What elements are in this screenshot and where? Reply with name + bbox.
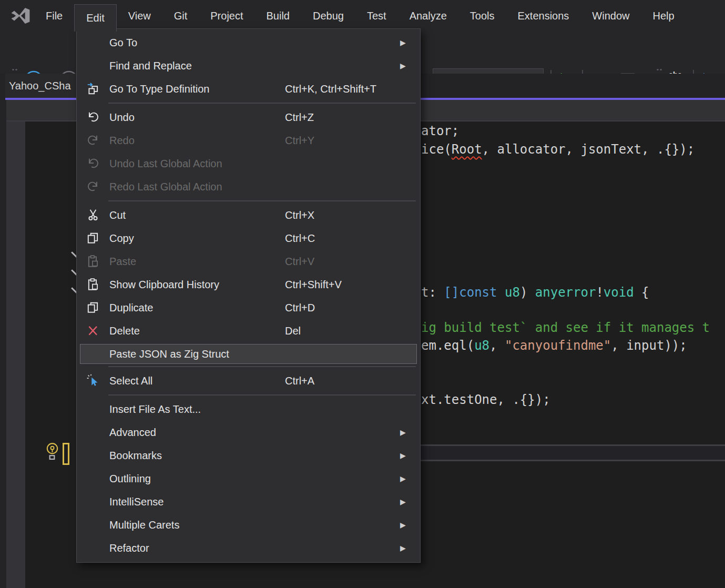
clipboard-history-icon: [77, 278, 109, 291]
menu-item-shortcut: Ctrl+C: [285, 232, 400, 245]
editor-outer-margin: [0, 74, 6, 588]
menu-item-label: Advanced: [109, 427, 285, 439]
menubar-item-git[interactable]: Git: [162, 0, 199, 32]
submenu-arrow-icon: ▶: [400, 451, 420, 460]
menu-item-shortcut: Ctrl+Y: [285, 135, 400, 147]
menu-item-label: Undo: [109, 111, 285, 124]
menu-item-label: Undo Last Global Action: [109, 158, 285, 170]
submenu-arrow-icon: ▶: [400, 474, 420, 483]
menu-item-label: Refactor: [109, 542, 285, 554]
menu-item-label: Redo: [109, 135, 285, 147]
menu-item-label: Delete: [109, 325, 285, 337]
submenu-arrow-icon: ▶: [400, 521, 420, 529]
menu-item-outlining[interactable]: Outlining▶: [77, 467, 420, 490]
code-line: ice(Root, allocator, jsonText, .{});: [421, 140, 695, 158]
copy-icon: [77, 231, 109, 245]
menu-item-cut[interactable]: CutCtrl+X: [77, 204, 420, 227]
code-line: xt.testOne, .{});: [421, 391, 550, 409]
menu-separator: [108, 103, 416, 104]
menu-item-refactor[interactable]: Refactor▶: [77, 536, 420, 560]
menu-separator: [108, 394, 416, 396]
menubar-item-analyze[interactable]: Analyze: [398, 0, 458, 32]
menu-item-shortcut: Ctrl+D: [285, 302, 400, 314]
menu-item-label: Paste JSON as Zig Struct: [109, 348, 285, 360]
menu-item-label: Insert File As Text...: [109, 403, 285, 415]
cut-icon: [77, 208, 109, 222]
menubar-item-extensions[interactable]: Extensions: [506, 0, 580, 32]
visual-studio-window: FileEditViewGitProjectBuildDebugTestAnal…: [0, 0, 725, 588]
code-line: t: []const u8) anyerror!void {: [421, 283, 649, 301]
menu-item-shortcut: Del: [285, 325, 400, 337]
menu-item-label: Bookmarks: [109, 450, 285, 462]
pane-divider-line: [421, 460, 725, 461]
menu-item-delete[interactable]: DeleteDel: [77, 319, 420, 342]
pane-divider-line: [421, 444, 725, 446]
redo-icon: [77, 134, 109, 147]
submenu-arrow-icon: ▶: [400, 498, 420, 506]
editor-tab-label: Yahoo_CSha: [9, 80, 71, 92]
menu-item-find-and-replace[interactable]: Find and Replace▶: [77, 54, 420, 77]
menu-item-redo[interactable]: RedoCtrl+Y: [77, 129, 420, 152]
menu-item-label: Go To: [109, 37, 285, 49]
horizontal-scrollbar-track[interactable]: [421, 446, 725, 460]
code-line: em.eql(u8, "canyoufindme", input));: [421, 337, 687, 354]
submenu-arrow-icon: ▶: [400, 428, 420, 437]
menubar-item-project[interactable]: Project: [199, 0, 254, 32]
menu-item-advanced[interactable]: Advanced▶: [77, 421, 420, 444]
menubar-item-build[interactable]: Build: [255, 0, 301, 32]
menu-item-insert-file-as-text[interactable]: Insert File As Text...: [77, 398, 420, 421]
lightbulb-icon: [45, 453, 59, 462]
redo-icon: [77, 180, 109, 194]
menu-item-label: Duplicate: [109, 302, 285, 314]
menu-item-undo[interactable]: UndoCtrl+Z: [77, 106, 420, 129]
submenu-arrow-icon: ▶: [400, 38, 420, 47]
menubar-item-view[interactable]: View: [117, 0, 162, 32]
menu-separator: [108, 200, 416, 201]
menu-item-paste-json-as-zig-struct[interactable]: Paste JSON as Zig Struct: [80, 344, 417, 364]
menubar-item-file[interactable]: File: [34, 0, 74, 32]
menu-item-label: Redo Last Global Action: [109, 181, 285, 193]
menu-item-label: Paste: [109, 256, 285, 268]
menu-item-multiple-carets[interactable]: Multiple Carets▶: [77, 513, 420, 536]
code-line: ig build test` and see if it manages t: [421, 319, 710, 337]
menubar-item-help[interactable]: Help: [641, 0, 686, 32]
menu-item-shortcut: Ctrl+Shift+V: [285, 279, 400, 291]
menu-item-intellisense[interactable]: IntelliSense▶: [77, 490, 420, 513]
menubar: FileEditViewGitProjectBuildDebugTestAnal…: [0, 0, 725, 32]
menu-item-label: Multiple Carets: [109, 519, 285, 531]
code-line: ator;: [421, 122, 459, 140]
menu-item-redo-last-global-action[interactable]: Redo Last Global Action: [77, 175, 420, 198]
quick-actions-lightbulb[interactable]: [45, 442, 59, 463]
select-all-icon: [77, 374, 109, 388]
visual-studio-logo-icon: [11, 6, 30, 32]
go-to-type-definition-icon: [77, 82, 109, 96]
menu-item-copy[interactable]: CopyCtrl+C: [77, 227, 420, 250]
menu-item-show-clipboard-history[interactable]: Show Clipboard HistoryCtrl+Shift+V: [77, 273, 420, 296]
menubar-item-window[interactable]: Window: [580, 0, 641, 32]
menubar-item-test[interactable]: Test: [355, 0, 398, 32]
menu-item-label: Go To Type Definition: [109, 83, 285, 95]
submenu-arrow-icon: ▶: [400, 544, 420, 552]
menubar-items: FileEditViewGitProjectBuildDebugTestAnal…: [34, 0, 686, 32]
menu-item-select-all[interactable]: Select AllCtrl+A: [77, 369, 420, 392]
undo-icon: [77, 157, 109, 170]
undo-icon: [77, 110, 109, 124]
menu-item-duplicate[interactable]: DuplicateCtrl+D: [77, 296, 420, 319]
delete-icon: [77, 324, 109, 338]
menu-item-paste[interactable]: PasteCtrl+V: [77, 250, 420, 273]
menubar-item-debug[interactable]: Debug: [301, 0, 355, 32]
menubar-item-edit[interactable]: Edit: [74, 4, 116, 32]
menu-item-bookmarks[interactable]: Bookmarks▶: [77, 444, 420, 467]
menu-item-shortcut: Ctrl+X: [285, 209, 400, 221]
menubar-item-tools[interactable]: Tools: [458, 0, 506, 32]
selection-bracket: [63, 443, 69, 465]
menu-item-label: Outlining: [109, 473, 285, 485]
menu-item-shortcut: Ctrl+Z: [285, 111, 400, 124]
duplicate-icon: [77, 301, 109, 315]
menu-item-label: Show Clipboard History: [109, 279, 285, 291]
menu-item-go-to[interactable]: Go To▶: [77, 31, 420, 54]
editor-tab[interactable]: Yahoo_CSha: [5, 74, 83, 98]
edit-menu: Go To▶Find and Replace▶Go To Type Defini…: [76, 28, 421, 563]
menu-item-undo-last-global-action[interactable]: Undo Last Global Action: [77, 152, 420, 175]
menu-item-go-to-type-definition[interactable]: Go To Type DefinitionCtrl+K, Ctrl+Shift+…: [77, 77, 420, 100]
